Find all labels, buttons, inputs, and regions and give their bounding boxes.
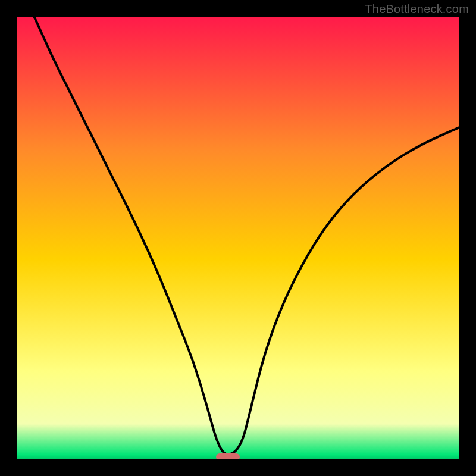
optimal-zone-marker — [216, 453, 239, 459]
bottleneck-curve — [17, 17, 459, 459]
plot-area — [17, 17, 459, 459]
watermark-text: TheBottleneck.com — [365, 2, 469, 16]
chart-frame: TheBottleneck.com — [0, 0, 476, 476]
